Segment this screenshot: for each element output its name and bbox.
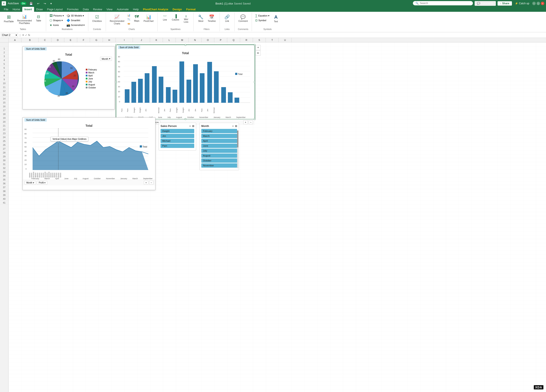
col-P[interactable]: P <box>214 38 227 42</box>
col-J[interactable]: J <box>133 38 150 42</box>
row-12[interactable]: 12 <box>0 89 8 93</box>
checkbox-button[interactable]: ☑ Checkbox <box>91 13 103 23</box>
col-H[interactable]: H <box>103 38 116 42</box>
row-24[interactable]: 24 <box>0 135 8 139</box>
tab-pivotchart-analyze[interactable]: PivotChart Analyze <box>141 7 170 12</box>
col-T[interactable]: T <box>266 38 279 42</box>
row-17[interactable]: 17 <box>0 108 8 112</box>
row-39[interactable]: 39 <box>0 193 8 197</box>
tab-data[interactable]: Data <box>81 7 91 12</box>
save-button[interactable]: 💾 <box>28 1 34 6</box>
month-filter-panel[interactable]: Month ≡ ⊞ February March April June July… <box>199 123 239 170</box>
filter-sort-icon[interactable]: ≡ <box>189 125 191 128</box>
area-profit-filter-btn[interactable]: Profit ▾ <box>37 181 47 184</box>
chart-zoom-in[interactable]: + <box>243 120 247 124</box>
month-scrollbar-thumb[interactable] <box>237 130 238 147</box>
tab-file[interactable]: File <box>2 7 11 12</box>
row-40[interactable]: 40 <box>0 197 8 201</box>
pictures-button[interactable]: 🖼 Pictures ▾ <box>49 13 65 18</box>
chart-bar[interactable]: + ✏ Sum of Units Sold Total 90 80 70 60 … <box>116 44 255 120</box>
tab-format[interactable]: Format <box>184 7 198 12</box>
shapes-button[interactable]: ⬡ Shapes ▾ <box>49 18 65 22</box>
row-13[interactable]: 13 <box>0 93 8 97</box>
close-button[interactable]: × <box>541 2 544 5</box>
row-18[interactable]: 18 <box>0 112 8 116</box>
resize-top-left[interactable] <box>115 44 117 46</box>
tab-page-layout[interactable]: Page Layout <box>45 7 65 12</box>
row-5[interactable]: 5 <box>0 62 8 66</box>
filter-dwight[interactable]: Dwight <box>161 129 194 133</box>
formula-icon[interactable]: fx <box>28 34 30 37</box>
resize-bottom-right[interactable] <box>254 118 255 120</box>
equation-button[interactable]: ∑ Equation ▾ <box>254 13 270 18</box>
row-23[interactable]: 23 <box>0 132 8 135</box>
resize-bottom[interactable] <box>185 118 186 120</box>
filter-july[interactable]: July <box>201 149 237 153</box>
row-35[interactable]: 35 <box>0 178 8 182</box>
filter-april[interactable]: April <box>201 139 237 143</box>
month-filter-sort-icon[interactable]: ≡ <box>232 125 234 128</box>
chart-pie[interactable]: Sum of Units Sold Total Month ▾ <box>22 46 115 109</box>
more-button[interactable]: ▾ <box>49 1 53 6</box>
3d-models-button[interactable]: 🎲 3D Models ▾ <box>65 13 86 18</box>
month-dropdown[interactable]: Month ▾ <box>100 57 112 61</box>
resize-right[interactable] <box>254 81 255 83</box>
row-4[interactable]: 4 <box>0 58 8 62</box>
area-zoom-out[interactable]: − <box>149 181 154 184</box>
resize-top-right[interactable] <box>254 44 255 46</box>
col-Q[interactable]: Q <box>227 38 240 42</box>
col-M[interactable]: M <box>176 38 189 42</box>
comment-button[interactable]: 💬 Comment <box>237 13 249 23</box>
slicer-button[interactable]: 🔧 Slicer <box>196 13 206 23</box>
cancel-icon[interactable]: ✕ <box>22 34 24 37</box>
filter-february[interactable]: February <box>201 129 237 133</box>
col-A[interactable]: A <box>9 38 21 42</box>
maximize-button[interactable]: □ <box>537 2 540 5</box>
minimize-button[interactable]: − <box>532 2 536 5</box>
row-6[interactable]: 6 <box>0 66 8 70</box>
col-C[interactable]: C <box>39 38 52 42</box>
table-button[interactable]: ⊟ Table <box>34 13 43 23</box>
row-3[interactable]: 3 <box>0 54 8 58</box>
filter-august[interactable]: August <box>201 153 237 158</box>
row-26[interactable]: 26 <box>0 143 8 147</box>
filter-october[interactable]: October <box>201 158 237 163</box>
col-U[interactable]: U <box>279 38 292 42</box>
month-filter-scrollbar[interactable] <box>237 130 238 168</box>
row-7[interactable]: 7 <box>0 70 8 74</box>
line-sparkline-button[interactable]: 〰 Line <box>160 13 169 22</box>
row-9[interactable]: 9 <box>0 77 8 81</box>
filter-june[interactable]: June <box>201 144 237 148</box>
tab-view[interactable]: View <box>104 7 115 12</box>
col-F[interactable]: F <box>77 38 90 42</box>
resize-top[interactable] <box>185 44 186 46</box>
row-14[interactable]: 14 <box>0 97 8 101</box>
filter-filter-icon[interactable]: ⊞ <box>192 125 194 128</box>
row-27[interactable]: 27 <box>0 147 8 151</box>
row-8[interactable]: 8 <box>0 74 8 77</box>
row-38[interactable]: 38 <box>0 189 8 193</box>
col-O[interactable]: O <box>202 38 214 42</box>
chart-area[interactable]: Sum of Units Sold Total Vertical (Value)… <box>22 117 156 190</box>
row-10[interactable]: 10 <box>0 81 8 85</box>
row-32[interactable]: 32 <box>0 166 8 170</box>
col-I[interactable]: I <box>116 38 133 42</box>
row-22[interactable]: 22 <box>0 128 8 132</box>
col-L[interactable]: L <box>163 38 176 42</box>
row-34[interactable]: 34 <box>0 174 8 178</box>
col-B[interactable]: B <box>21 38 39 42</box>
row-11[interactable]: 11 <box>0 85 8 89</box>
area-month-filter-btn[interactable]: Month ▾ <box>25 181 36 184</box>
row-37[interactable]: 37 <box>0 185 8 189</box>
filter-michael[interactable]: Michael <box>161 139 194 143</box>
formula-input[interactable] <box>31 34 545 37</box>
icons-button[interactable]: ★ Icons <box>49 23 65 27</box>
catchup-button[interactable]: ⚡ Catch up <box>514 1 531 6</box>
pie-chart-button[interactable]: 🥧 <box>126 22 131 25</box>
tab-formulas[interactable]: Formulas <box>65 7 81 12</box>
smartart-button[interactable]: 🔷 SmartArt <box>65 18 86 22</box>
filter-november[interactable]: November <box>201 163 237 168</box>
row-19[interactable]: 19 <box>0 116 8 120</box>
row-15[interactable]: 15 <box>0 101 8 104</box>
row-1[interactable]: 1 <box>0 47 8 51</box>
